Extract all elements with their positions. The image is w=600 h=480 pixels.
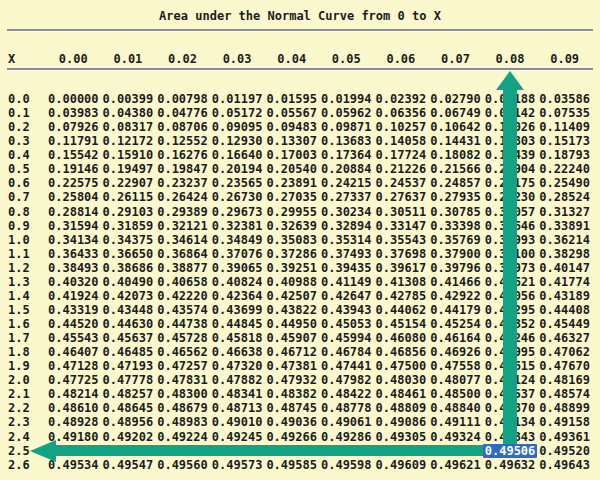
cell-0.2-0.09: 0.11409 xyxy=(537,120,592,134)
cell-0.7-0.03: 0.26730 xyxy=(210,190,265,204)
top-rule xyxy=(7,29,593,32)
cell-1.8-0.07: 0.46926 xyxy=(428,345,483,359)
up-arrow-shaft xyxy=(503,89,517,444)
cell-2.6-0.06: 0.49609 xyxy=(374,458,429,472)
cell-1.5-0.05: 0.43943 xyxy=(319,303,374,317)
cell-0.4-0.00: 0.15542 xyxy=(46,148,101,162)
col-header-0.07: 0.07 xyxy=(428,52,483,66)
row-label-1.2: 1.2 xyxy=(0,261,46,275)
row-label-0.2: 0.2 xyxy=(0,120,46,134)
row-label-1.3: 1.3 xyxy=(0,275,46,289)
cell-0.8-0.04: 0.29955 xyxy=(264,205,319,219)
cell-0.5-0.09: 0.22240 xyxy=(537,162,592,176)
cell-2.3-0.03: 0.49010 xyxy=(210,415,265,429)
cell-2.3-0.04: 0.49036 xyxy=(264,415,319,429)
cell-2.2-0.05: 0.48778 xyxy=(319,401,374,415)
cell-2.1-0.00: 0.48214 xyxy=(46,387,101,401)
cell-2.3-0.00: 0.48928 xyxy=(46,415,101,429)
cell-0.0-0.09: 0.03586 xyxy=(537,92,592,106)
cell-2.0-0.04: 0.47932 xyxy=(264,373,319,387)
cell-0.9-0.03: 0.32381 xyxy=(210,219,265,233)
cell-1.7-0.03: 0.45818 xyxy=(210,331,265,345)
cell-0.6-0.00: 0.22575 xyxy=(46,176,101,190)
row-label-0.3: 0.3 xyxy=(0,134,46,148)
row-label-1.5: 1.5 xyxy=(0,303,46,317)
cell-1.7-0.05: 0.45994 xyxy=(319,331,374,345)
row-label-2.2: 2.2 xyxy=(0,401,46,415)
cell-0.0-0.06: 0.02392 xyxy=(374,92,429,106)
cell-1.2-0.07: 0.39796 xyxy=(428,261,483,275)
cell-1.4-0.02: 0.42220 xyxy=(155,289,210,303)
cell-2.1-0.03: 0.48341 xyxy=(210,387,265,401)
x-corner-label: X xyxy=(0,52,46,66)
cell-1.8-0.01: 0.46485 xyxy=(101,345,156,359)
cell-0.5-0.05: 0.20884 xyxy=(319,162,374,176)
cell-2.5-0.08[interactable]: 0.49506 xyxy=(483,444,538,458)
cell-0.7-0.09: 0.28524 xyxy=(537,190,592,204)
row-label-2.3: 2.3 xyxy=(0,415,46,429)
cell-1.4-0.05: 0.42647 xyxy=(319,289,374,303)
cell-0.0-0.02: 0.00798 xyxy=(155,92,210,106)
cell-1.6-0.06: 0.45154 xyxy=(374,317,429,331)
cell-0.8-0.06: 0.30511 xyxy=(374,205,429,219)
cell-2.3-0.07: 0.49111 xyxy=(428,415,483,429)
cell-0.2-0.07: 0.10642 xyxy=(428,120,483,134)
cell-2.0-0.05: 0.47982 xyxy=(319,373,374,387)
cell-1.8-0.06: 0.46856 xyxy=(374,345,429,359)
cell-1.4-0.00: 0.41924 xyxy=(46,289,101,303)
cell-1.1-0.09: 0.38298 xyxy=(537,247,592,261)
cell-2.0-0.09: 0.48169 xyxy=(537,373,592,387)
cell-0.0-0.03: 0.01197 xyxy=(210,92,265,106)
cell-0.7-0.06: 0.27637 xyxy=(374,190,429,204)
cell-2.3-0.09: 0.49158 xyxy=(537,415,592,429)
cell-0.4-0.04: 0.17003 xyxy=(264,148,319,162)
cell-1.2-0.06: 0.39617 xyxy=(374,261,429,275)
cell-0.8-0.03: 0.29673 xyxy=(210,205,265,219)
cell-1.5-0.07: 0.44179 xyxy=(428,303,483,317)
cell-1.1-0.03: 0.37076 xyxy=(210,247,265,261)
cell-1.2-0.02: 0.38877 xyxy=(155,261,210,275)
selected-cell-value[interactable]: 0.49506 xyxy=(483,444,538,458)
cell-1.0-0.04: 0.35083 xyxy=(264,233,319,247)
cell-0.2-0.02: 0.08706 xyxy=(155,120,210,134)
cell-0.1-0.03: 0.05172 xyxy=(210,106,265,120)
cell-1.5-0.03: 0.43699 xyxy=(210,303,265,317)
cell-2.1-0.06: 0.48461 xyxy=(374,387,429,401)
cell-1.6-0.01: 0.44630 xyxy=(101,317,156,331)
cell-1.1-0.02: 0.36864 xyxy=(155,247,210,261)
cell-1.5-0.04: 0.43822 xyxy=(264,303,319,317)
cell-0.5-0.06: 0.21226 xyxy=(374,162,429,176)
cell-2.1-0.05: 0.48422 xyxy=(319,387,374,401)
cell-2.4-0.01: 0.49202 xyxy=(101,430,156,444)
row-label-0.4: 0.4 xyxy=(0,148,46,162)
cell-0.7-0.01: 0.26115 xyxy=(101,190,156,204)
cell-0.1-0.06: 0.06356 xyxy=(374,106,429,120)
cell-2.0-0.06: 0.48030 xyxy=(374,373,429,387)
cell-2.0-0.03: 0.47882 xyxy=(210,373,265,387)
cell-1.6-0.09: 0.45449 xyxy=(537,317,592,331)
col-header-0.09: 0.09 xyxy=(537,52,592,66)
up-arrow-icon xyxy=(496,71,524,90)
cell-0.1-0.00: 0.03983 xyxy=(46,106,101,120)
cell-1.0-0.06: 0.35543 xyxy=(374,233,429,247)
cell-2.1-0.07: 0.48500 xyxy=(428,387,483,401)
cell-2.2-0.07: 0.48840 xyxy=(428,401,483,415)
cell-0.4-0.05: 0.17364 xyxy=(319,148,374,162)
cell-1.1-0.05: 0.37493 xyxy=(319,247,374,261)
cell-0.5-0.07: 0.21566 xyxy=(428,162,483,176)
cell-0.9-0.02: 0.32121 xyxy=(155,219,210,233)
cell-1.7-0.01: 0.45637 xyxy=(101,331,156,345)
row-label-1.8: 1.8 xyxy=(0,345,46,359)
row-label-0.0: 0.0 xyxy=(0,92,46,106)
col-header-0.05: 0.05 xyxy=(319,52,374,66)
cell-1.2-0.00: 0.38493 xyxy=(46,261,101,275)
cell-2.3-0.01: 0.48956 xyxy=(101,415,156,429)
cell-0.3-0.05: 0.13683 xyxy=(319,134,374,148)
cell-2.3-0.06: 0.49086 xyxy=(374,415,429,429)
normal-curve-table-page: Area under the Normal Curve from 0 to X … xyxy=(0,0,600,480)
cell-0.1-0.05: 0.05962 xyxy=(319,106,374,120)
cell-1.1-0.06: 0.37698 xyxy=(374,247,429,261)
cell-1.5-0.06: 0.44062 xyxy=(374,303,429,317)
cell-0.1-0.02: 0.04776 xyxy=(155,106,210,120)
cell-1.9-0.02: 0.47257 xyxy=(155,359,210,373)
